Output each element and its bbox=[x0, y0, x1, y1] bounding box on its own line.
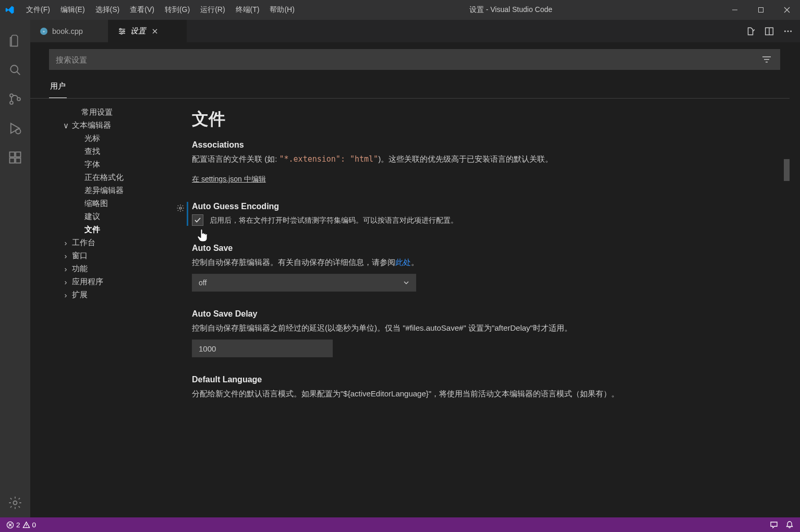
status-feedback[interactable] bbox=[770, 521, 778, 529]
gear-icon[interactable] bbox=[175, 203, 186, 213]
editor-area: + book.cpp 设置 bbox=[30, 20, 800, 517]
toc-font[interactable]: 字体 bbox=[49, 158, 170, 171]
setting-auto-save-delay: Auto Save Delay 控制自动保存脏编辑器之前经过的延迟(以毫秒为单位… bbox=[192, 309, 777, 357]
svg-rect-7 bbox=[10, 152, 15, 157]
svg-point-18 bbox=[784, 30, 786, 32]
settings-search-input[interactable] bbox=[56, 55, 760, 64]
feedback-icon bbox=[770, 521, 778, 529]
toc-features[interactable]: ›功能 bbox=[49, 262, 170, 275]
status-problems[interactable]: 2 0 bbox=[6, 521, 36, 529]
tab-label: 设置 bbox=[130, 26, 146, 36]
menu-view[interactable]: 查看(V) bbox=[125, 0, 160, 20]
chevron-right-icon: › bbox=[62, 238, 70, 247]
status-bar: 2 0 bbox=[0, 517, 800, 532]
setting-title: Associations bbox=[192, 140, 777, 150]
svg-point-20 bbox=[790, 30, 792, 32]
status-notifications[interactable] bbox=[785, 521, 794, 529]
activity-source-control[interactable] bbox=[0, 84, 30, 114]
activity-bar bbox=[0, 20, 30, 517]
editor-tabs: + book.cpp 设置 bbox=[30, 20, 800, 43]
svg-rect-8 bbox=[16, 152, 20, 157]
toc-text-editor[interactable]: ∨文本编辑器 bbox=[49, 119, 170, 132]
setting-auto-save: Auto Save 控制自动保存脏编辑器。有关自动保存的详细信息，请参阅此处。 … bbox=[192, 244, 777, 292]
setting-default-language: Default Language 分配给新文件的默认语言模式。如果配置为"${a… bbox=[192, 375, 777, 400]
setting-auto-guess-encoding: Auto Guess Encoding 启用后，将在文件打开时尝试猜测字符集编码… bbox=[192, 202, 777, 226]
tab-settings[interactable]: 设置 bbox=[108, 20, 187, 42]
tab-book-cpp[interactable]: + book.cpp bbox=[30, 20, 108, 42]
svg-point-6 bbox=[16, 129, 20, 134]
setting-title: Auto Save bbox=[192, 244, 777, 253]
menu-edit[interactable]: 编辑(E) bbox=[55, 0, 90, 20]
activity-run-debug[interactable] bbox=[0, 114, 30, 143]
svg-point-11 bbox=[14, 501, 17, 505]
setting-title: Auto Guess Encoding bbox=[192, 202, 777, 211]
chevron-down-icon bbox=[403, 280, 409, 286]
menu-go[interactable]: 转到(G) bbox=[160, 0, 195, 20]
chevron-right-icon: › bbox=[62, 264, 70, 273]
tab-label: book.cpp bbox=[52, 27, 83, 35]
window-close-button[interactable] bbox=[774, 0, 800, 20]
setting-description: 控制自动保存脏编辑器之前经过的延迟(以毫秒为单位)。仅当 "#files.aut… bbox=[192, 322, 777, 334]
menu-run[interactable]: 运行(R) bbox=[195, 0, 230, 20]
svg-point-3 bbox=[10, 94, 13, 97]
split-editor-icon[interactable] bbox=[765, 27, 774, 36]
toc-minimap[interactable]: 缩略图 bbox=[49, 197, 170, 210]
toc-window[interactable]: ›窗口 bbox=[49, 249, 170, 262]
auto-save-help-link[interactable]: 此处 bbox=[395, 258, 411, 267]
checkbox-auto-guess-encoding[interactable] bbox=[192, 214, 203, 226]
filter-icon[interactable] bbox=[760, 55, 773, 64]
setting-description: 启用后，将在文件打开时尝试猜测字符集编码。可以按语言对此项进行配置。 bbox=[210, 214, 777, 226]
settings-scope-tabs: 用户 bbox=[30, 70, 790, 99]
activity-search[interactable] bbox=[0, 55, 30, 84]
toc-diff-editor[interactable]: 差异编辑器 bbox=[49, 184, 170, 197]
scrollbar-thumb[interactable] bbox=[784, 159, 790, 181]
svg-point-5 bbox=[17, 98, 20, 101]
title-bar: 文件(F) 编辑(E) 选择(S) 查看(V) 转到(G) 运行(R) 终端(T… bbox=[0, 0, 800, 20]
warning-icon bbox=[22, 521, 30, 529]
tab-close-button[interactable] bbox=[150, 27, 160, 36]
toc-extensions[interactable]: ›扩展 bbox=[49, 288, 170, 301]
setting-title: Default Language bbox=[192, 375, 777, 384]
settings-search-box[interactable] bbox=[49, 49, 780, 70]
edit-in-settings-json-link[interactable]: 在 settings.json 中编辑 bbox=[192, 175, 266, 184]
toc-application[interactable]: ›应用程序 bbox=[49, 275, 170, 288]
toc-workbench[interactable]: ›工作台 bbox=[49, 236, 170, 249]
svg-point-4 bbox=[10, 101, 13, 104]
activity-extensions[interactable] bbox=[0, 143, 30, 172]
activity-manage[interactable] bbox=[0, 488, 30, 517]
toc-cursor[interactable]: 光标 bbox=[49, 132, 170, 145]
svg-point-19 bbox=[787, 30, 789, 32]
window-minimize-button[interactable] bbox=[722, 0, 748, 20]
toc-formatting[interactable]: 正在格式化 bbox=[49, 171, 170, 184]
svg-rect-1 bbox=[759, 8, 763, 13]
window-controls bbox=[722, 0, 800, 20]
scope-tab-user[interactable]: 用户 bbox=[49, 76, 67, 98]
input-auto-save-delay[interactable] bbox=[192, 340, 333, 357]
svg-text:+: + bbox=[43, 29, 45, 34]
window-maximize-button[interactable] bbox=[748, 0, 774, 20]
select-value: off bbox=[199, 279, 207, 287]
vscode-logo-icon bbox=[5, 5, 15, 15]
toc-common[interactable]: 常用设置 bbox=[49, 106, 170, 119]
svg-point-15 bbox=[123, 30, 125, 32]
settings-toc[interactable]: 常用设置 ∨文本编辑器 光标 查找 字体 正在格式化 差异编辑器 缩略图 建议 … bbox=[30, 99, 170, 517]
toc-files[interactable]: 文件 bbox=[49, 223, 170, 236]
open-settings-json-icon[interactable] bbox=[746, 27, 755, 36]
bell-icon bbox=[785, 521, 794, 529]
svg-rect-10 bbox=[16, 158, 20, 163]
menu-terminal[interactable]: 终端(T) bbox=[231, 0, 265, 20]
menu-file[interactable]: 文件(F) bbox=[21, 0, 55, 20]
menu-selection[interactable]: 选择(S) bbox=[90, 0, 125, 20]
cpp-file-icon: + bbox=[40, 27, 48, 35]
window-title: 设置 - Visual Studio Code bbox=[300, 5, 722, 15]
setting-description: 配置语言的文件关联 (如: "*.extension": "html")。这些关… bbox=[192, 153, 777, 165]
more-actions-icon[interactable] bbox=[783, 27, 793, 36]
settings-list[interactable]: 文件 Associations 配置语言的文件关联 (如: "*.extensi… bbox=[170, 99, 790, 517]
chevron-down-icon: ∨ bbox=[62, 121, 70, 130]
menu-help[interactable]: 帮助(H) bbox=[264, 0, 299, 20]
activity-explorer[interactable] bbox=[0, 26, 30, 55]
select-auto-save[interactable]: off bbox=[192, 274, 416, 292]
toc-find[interactable]: 查找 bbox=[49, 145, 170, 158]
svg-rect-9 bbox=[10, 158, 15, 163]
toc-suggestions[interactable]: 建议 bbox=[49, 210, 170, 223]
